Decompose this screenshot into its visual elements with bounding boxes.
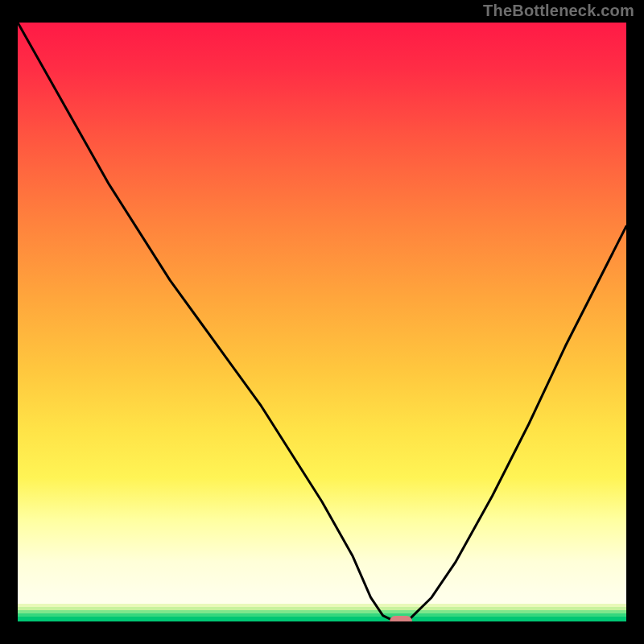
bottleneck-curve [18, 23, 626, 621]
chart-frame: TheBottleneck.com [0, 0, 644, 644]
optimal-marker [390, 616, 412, 621]
attribution-label: TheBottleneck.com [483, 2, 634, 20]
plot-area [18, 23, 626, 621]
